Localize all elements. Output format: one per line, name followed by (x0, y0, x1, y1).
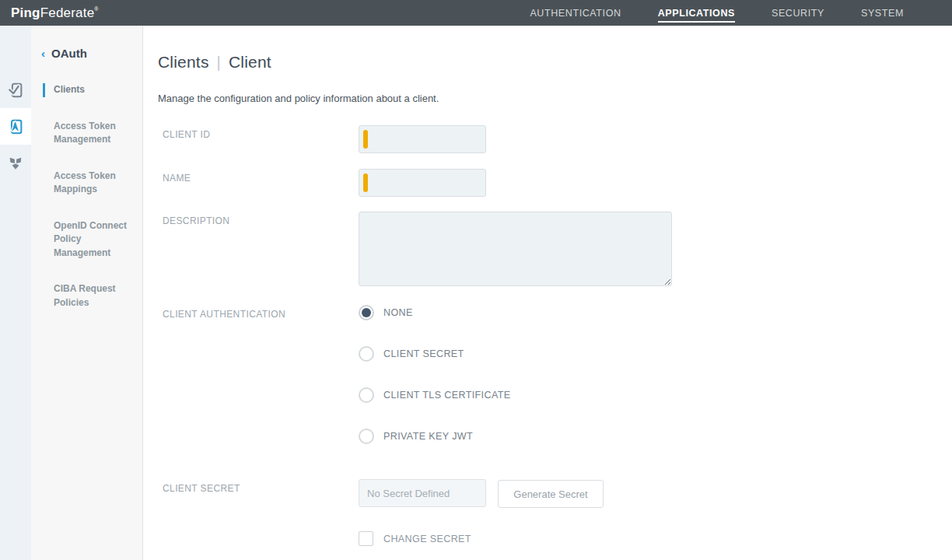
radio-label: CLIENT SECRET (383, 348, 464, 359)
rail-item-security[interactable] (0, 145, 31, 181)
client-secret-controls: Generate Secret (359, 479, 604, 508)
radio-label: PRIVATE KEY JWT (383, 431, 473, 442)
top-navigation: AUTHENTICATION APPLICATIONS SECURITY SYS… (530, 0, 904, 26)
breadcrumb-separator: | (209, 54, 229, 71)
sidebar-back-oauth[interactable]: ‹ OAuth (41, 47, 142, 60)
name-input[interactable] (359, 170, 485, 196)
nav-authentication[interactable]: AUTHENTICATION (530, 8, 621, 19)
sidebar-item-ciba-request-policies[interactable]: CIBA Request Policies (43, 282, 135, 310)
sidebar-item-clients[interactable]: Clients (43, 83, 135, 97)
radio-option-client-secret[interactable]: CLIENT SECRET (359, 346, 510, 362)
icon-rail (0, 26, 31, 560)
sidebar-menu: Clients Access Token Management Access T… (31, 83, 142, 310)
change-secret-label: CHANGE SECRET (383, 534, 471, 544)
nav-security[interactable]: SECURITY (772, 8, 824, 19)
client-secret-input[interactable] (359, 479, 486, 507)
radio-option-client-tls-certificate[interactable]: CLIENT TLS CERTIFICATE (359, 387, 510, 403)
form-row-description: DESCRIPTION (158, 212, 952, 286)
description-textarea[interactable] (359, 212, 672, 286)
form-row-change-secret: CHANGE SECRET (158, 531, 952, 546)
sidebar-item-access-token-management[interactable]: Access Token Management (43, 120, 135, 147)
clipboard-check-icon (7, 82, 24, 99)
chevron-left-icon: ‹ (41, 47, 45, 60)
radio-label: NONE (383, 307, 413, 318)
change-secret-spacer (158, 531, 359, 535)
breadcrumb-parent: Clients (158, 53, 209, 71)
form-row-client-secret: CLIENT SECRET Generate Secret (158, 479, 952, 508)
radio-option-none[interactable]: NONE (359, 305, 510, 320)
client-id-input[interactable] (359, 126, 485, 152)
page-subtitle: Manage the configuration and policy info… (158, 93, 952, 104)
radio-label: CLIENT TLS CERTIFICATE (383, 390, 510, 401)
form-row-client-authentication: CLIENT AUTHENTICATION NONE CLIENT SECRET… (158, 305, 952, 444)
radio-option-private-key-jwt[interactable]: PRIVATE KEY JWT (359, 429, 510, 444)
radio-unselected-icon (359, 429, 374, 444)
form-row-name: NAME (158, 169, 952, 197)
logo-ping: Ping (11, 5, 40, 20)
trademark-symbol: ® (94, 6, 98, 12)
radio-selected-icon (359, 305, 374, 320)
page-title: Clients|Client (158, 53, 952, 72)
change-secret-checkbox[interactable] (359, 531, 373, 546)
sidebar-title: OAuth (51, 47, 87, 60)
name-field (359, 169, 486, 197)
radio-unselected-icon (359, 387, 374, 403)
fragmented-shield-icon (7, 155, 24, 172)
oauth-sidebar: ‹ OAuth Clients Access Token Management … (31, 26, 143, 560)
description-label: DESCRIPTION (158, 212, 359, 226)
client-id-field (359, 125, 486, 153)
main-content: Clients|Client Manage the configuration … (144, 26, 952, 560)
logo-federate: Federate (40, 5, 95, 20)
form-row-client-id: CLIENT ID (158, 125, 952, 153)
top-header: PingFederate® AUTHENTICATION APPLICATION… (0, 0, 952, 26)
pingfederate-logo[interactable]: PingFederate® (11, 5, 99, 21)
breadcrumb-current: Client (229, 53, 271, 71)
client-authentication-radio-group: NONE CLIENT SECRET CLIENT TLS CERTIFICAT… (359, 305, 510, 444)
app-arrow-icon (7, 118, 24, 135)
client-secret-label: CLIENT SECRET (158, 479, 359, 494)
change-secret-option[interactable]: CHANGE SECRET (359, 531, 471, 546)
generate-secret-button[interactable]: Generate Secret (498, 480, 604, 508)
rail-item-applications[interactable] (0, 108, 31, 145)
client-id-label: CLIENT ID (158, 125, 359, 140)
name-label: NAME (158, 169, 359, 184)
rail-item-authentication[interactable] (0, 72, 31, 108)
client-form: CLIENT ID NAME DESCRIPTION CLIENT AUTHEN… (158, 125, 952, 546)
nav-system[interactable]: SYSTEM (861, 8, 904, 19)
radio-unselected-icon (359, 346, 374, 362)
sidebar-item-openid-connect-policy-management[interactable]: OpenID Connect Policy Management (43, 219, 135, 261)
client-authentication-label: CLIENT AUTHENTICATION (158, 305, 359, 320)
sidebar-item-access-token-mappings[interactable]: Access Token Mappings (43, 170, 135, 197)
nav-applications[interactable]: APPLICATIONS (658, 8, 735, 23)
